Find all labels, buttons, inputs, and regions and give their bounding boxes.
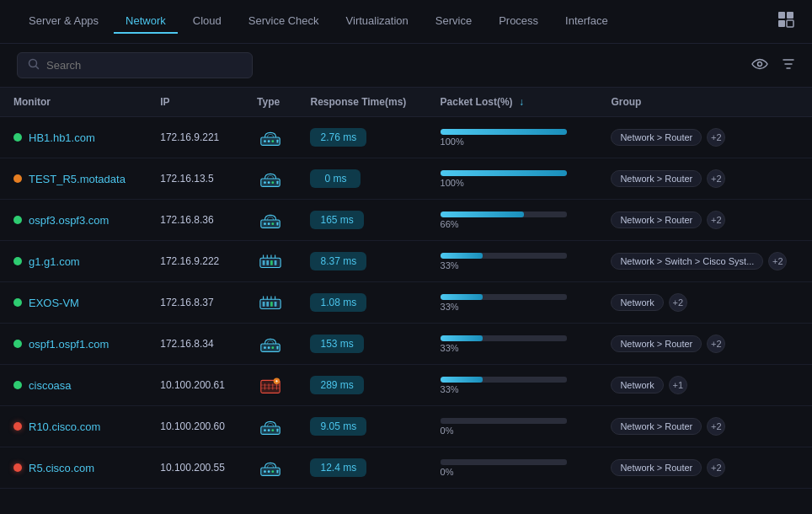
packet-label: 33% (441, 260, 585, 270)
table-row[interactable]: g1.g1.com 172.16.9.222 8.37 ms 33% (0, 241, 812, 282)
group-badge: Network > Router (611, 418, 702, 435)
monitor-cell-1: TEST_R5.motadata (0, 158, 147, 200)
toolbar-icons (751, 57, 795, 74)
svg-rect-11 (276, 140, 278, 143)
progress-bar-fill (441, 170, 567, 176)
status-dot (13, 174, 22, 183)
response-cell: 289 ms (296, 365, 426, 406)
monitor-name[interactable]: ospf3.ospf3.com (29, 214, 109, 227)
svg-point-34 (268, 346, 270, 349)
router-icon (257, 332, 283, 356)
plus-badge[interactable]: +2 (707, 128, 725, 147)
monitor-cell-4: EXOS-VM (0, 282, 147, 324)
ip-cell: 172.16.8.34 (147, 324, 243, 365)
switch-icon (257, 249, 283, 273)
table-row[interactable]: ciscoasa 10.100.200.61 289 ms 33% (0, 365, 812, 406)
tab-server-apps[interactable]: Server & Apps (17, 9, 110, 34)
col-type: Type (243, 88, 296, 117)
table-row[interactable]: HB1.hb1.com 172.16.9.221 2.76 ms 100% (0, 117, 812, 158)
col-response: Response Time(ms) (296, 88, 426, 117)
filter-icon[interactable] (782, 57, 795, 74)
col-ip: IP (147, 88, 243, 117)
svg-rect-23 (262, 260, 264, 265)
monitor-cell-0: HB1.hb1.com (0, 117, 147, 158)
table-row[interactable]: EXOS-VM 172.16.8.37 1.08 ms 33% (0, 282, 812, 324)
router-icon (257, 208, 283, 232)
plus-badge[interactable]: +2 (707, 169, 725, 188)
grid-layout-icon[interactable] (777, 10, 795, 33)
search-input[interactable] (46, 59, 242, 72)
response-badge: 12.4 ms (310, 458, 366, 477)
table-row[interactable]: ospf3.ospf3.com 172.16.8.36 165 ms 66% (0, 200, 812, 241)
progress-bar-fill (441, 211, 524, 217)
status-dot (13, 216, 22, 224)
status-dot (13, 257, 22, 265)
monitor-cell-7: R10.cisco.com (0, 406, 147, 447)
tab-network[interactable]: Network (114, 9, 178, 34)
svg-rect-30 (270, 302, 273, 307)
col-group: Group (597, 88, 812, 117)
router-icon (257, 415, 283, 438)
status-dot (13, 340, 22, 348)
monitor-name[interactable]: ospf1.ospf1.com (29, 338, 109, 351)
nav-bar: Server & Apps Network Cloud Service Chec… (0, 0, 812, 44)
svg-point-10 (271, 140, 274, 142)
monitor-name[interactable]: R10.cisco.com (29, 420, 100, 433)
type-cell (243, 200, 296, 241)
progress-bar-bg (441, 211, 567, 217)
plus-badge[interactable]: +2 (707, 417, 725, 436)
tab-virtualization[interactable]: Virtualization (334, 9, 420, 34)
tab-cloud[interactable]: Cloud (181, 9, 233, 34)
plus-badge[interactable]: +2 (707, 458, 725, 477)
tab-process[interactable]: Process (487, 9, 550, 34)
table-wrap: Monitor IP Type Response Time(ms) Packet… (0, 88, 812, 489)
monitor-name[interactable]: HB1.hb1.com (29, 131, 95, 144)
progress-bar-bg (441, 170, 567, 176)
monitor-name[interactable]: R5.cisco.com (29, 462, 94, 474)
tab-service-check[interactable]: Service Check (237, 9, 331, 34)
table-row[interactable]: TEST_R5.motadata 172.16.13.5 0 ms 100% (0, 158, 812, 200)
plus-badge[interactable]: +1 (669, 376, 687, 394)
status-dot (13, 133, 22, 142)
monitor-name[interactable]: EXOS-VM (29, 297, 79, 309)
firewall-icon (257, 373, 283, 397)
svg-rect-31 (274, 302, 276, 307)
plus-badge[interactable]: +2 (669, 293, 687, 312)
group-cell: Network > Switch > Cisco Syst... +2 (597, 241, 812, 282)
progress-bar-bg (441, 294, 567, 300)
search-input-wrap[interactable] (17, 52, 253, 78)
svg-point-15 (271, 181, 274, 184)
svg-rect-0 (778, 12, 785, 19)
svg-rect-21 (276, 222, 278, 226)
type-cell (243, 241, 296, 282)
monitor-name[interactable]: g1.g1.com (29, 255, 80, 268)
packet-cell: 33% (427, 241, 598, 282)
tab-interface[interactable]: Interface (553, 9, 620, 34)
progress-bar-bg (441, 129, 567, 135)
eye-icon[interactable] (751, 58, 768, 73)
table-row[interactable]: ospf1.ospf1.com 172.16.8.34 153 ms 33% (0, 324, 812, 365)
svg-rect-24 (266, 260, 269, 265)
tab-service[interactable]: Service (424, 9, 483, 34)
table-row[interactable]: R5.cisco.com 10.100.200.55 12.4 ms 0% (0, 447, 812, 489)
monitor-name[interactable]: TEST_R5.motadata (29, 173, 126, 185)
response-badge: 9.05 ms (310, 417, 366, 436)
monitor-name[interactable]: ciscoasa (29, 379, 72, 392)
progress-bar-fill (441, 335, 483, 341)
plus-badge[interactable]: +2 (707, 335, 725, 353)
plus-badge[interactable]: +2 (768, 252, 787, 270)
packet-cell: 33% (427, 324, 598, 365)
svg-rect-3 (787, 20, 793, 27)
svg-point-35 (271, 346, 274, 349)
response-badge: 1.08 ms (310, 293, 366, 312)
table-row[interactable]: R10.cisco.com 10.100.200.60 9.05 ms 0% (0, 406, 812, 447)
svg-rect-26 (274, 260, 276, 265)
col-packet[interactable]: Packet Lost(%) ↓ (427, 88, 598, 117)
group-cell: Network +1 (597, 365, 812, 406)
status-dot (13, 298, 22, 307)
search-bar (0, 44, 812, 88)
response-cell: 165 ms (296, 200, 426, 241)
plus-badge[interactable]: +2 (707, 211, 725, 229)
svg-point-42 (271, 429, 274, 431)
svg-rect-16 (276, 181, 278, 185)
